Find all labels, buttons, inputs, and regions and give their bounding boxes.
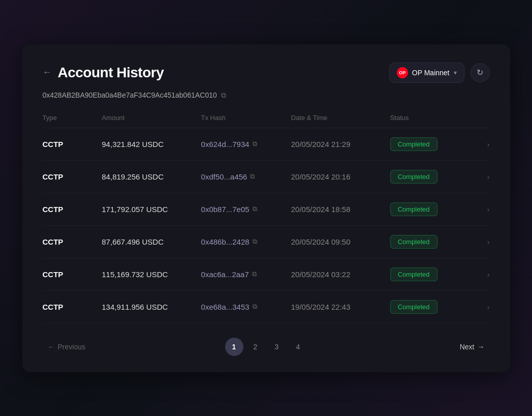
table-row[interactable]: CCTP 171,792.057 USDC 0x0b87...7e05 ⧉ 20… (43, 193, 490, 225)
row-arrow: › (470, 193, 490, 225)
col-status: Status (390, 114, 470, 128)
page-number-4[interactable]: 4 (289, 338, 307, 356)
table-row[interactable]: CCTP 94,321.842 USDC 0x624d...7934 ⧉ 20/… (43, 128, 490, 160)
table-row[interactable]: CCTP 84,819.256 USDC 0xdf50...a456 ⧉ 20/… (43, 160, 490, 193)
col-amount: Amount (102, 114, 201, 128)
address-row: 0x428AB2BA90Eba0a4Be7aF34C9Ac451ab061AC0… (43, 91, 490, 100)
row-type: CCTP (43, 128, 102, 160)
row-arrow: › (470, 258, 490, 290)
row-type: CCTP (43, 290, 102, 323)
row-date: 20/05/2024 03:22 (291, 258, 390, 290)
wallet-address: 0x428AB2BA90Eba0a4Be7aF34C9Ac451ab061AC0… (43, 91, 217, 99)
status-badge: Completed (390, 300, 437, 314)
row-type: CCTP (43, 160, 102, 193)
col-txhash: Tx Hash (201, 114, 291, 128)
table-row[interactable]: CCTP 115,169.732 USDC 0xac6a...2aa7 ⧉ 20… (43, 258, 490, 290)
tx-hash-value: 0xdf50...a456 (201, 172, 247, 181)
row-txhash: 0xdf50...a456 ⧉ (201, 160, 291, 193)
row-arrow: › (470, 225, 490, 258)
network-icon: OP (397, 67, 408, 78)
copy-address-button[interactable]: ⧉ (221, 91, 226, 100)
row-amount: 87,667.496 USDC (102, 225, 201, 258)
row-txhash: 0x624d...7934 ⧉ (201, 128, 291, 160)
page-numbers: 1234 (225, 338, 307, 356)
tx-hash-value: 0xac6a...2aa7 (201, 270, 249, 279)
row-status: Completed (390, 258, 470, 290)
status-badge: Completed (390, 137, 437, 151)
pagination: ← Previous 1234 Next → (43, 338, 490, 356)
row-amount: 115,169.732 USDC (102, 258, 201, 290)
prev-arrow-icon: ← (48, 343, 55, 351)
row-txhash: 0xac6a...2aa7 ⧉ (201, 258, 291, 290)
row-date: 20/05/2024 09:50 (291, 225, 390, 258)
table-header-row: Type Amount Tx Hash Date & Time Status (43, 114, 490, 128)
status-badge: Completed (390, 170, 437, 184)
next-arrow-icon: → (478, 343, 485, 351)
row-status: Completed (390, 193, 470, 225)
tx-hash-value: 0x624d...7934 (201, 140, 249, 148)
copy-hash-button[interactable]: ⧉ (253, 205, 257, 213)
row-date: 20/05/2024 21:29 (291, 128, 390, 160)
refresh-button[interactable]: ↻ (471, 63, 490, 82)
row-amount: 134,911.956 USDC (102, 290, 201, 323)
next-button[interactable]: Next → (455, 340, 490, 354)
row-type: CCTP (43, 225, 102, 258)
row-type: CCTP (43, 258, 102, 290)
row-date: 20/05/2024 18:58 (291, 193, 390, 225)
row-amount: 171,792.057 USDC (102, 193, 201, 225)
col-arrow (470, 114, 490, 128)
table-row[interactable]: CCTP 87,667.496 USDC 0x486b...2428 ⧉ 20/… (43, 225, 490, 258)
prev-label: Previous (58, 343, 85, 351)
next-label: Next (460, 343, 475, 351)
copy-hash-button[interactable]: ⧉ (253, 140, 257, 148)
status-badge: Completed (390, 235, 437, 249)
network-name: OP Mainnet (412, 69, 450, 77)
status-badge: Completed (390, 268, 437, 281)
page-number-3[interactable]: 3 (268, 338, 286, 356)
row-type: CCTP (43, 193, 102, 225)
refresh-icon: ↻ (477, 68, 483, 77)
copy-hash-button[interactable]: ⧉ (252, 270, 257, 278)
col-type: Type (43, 114, 102, 128)
copy-hash-button[interactable]: ⧉ (250, 172, 255, 181)
col-datetime: Date & Time (291, 114, 390, 128)
account-history-card: ← Account History OP OP Mainnet ▾ ↻ 0x42… (22, 44, 510, 372)
chevron-down-icon: ▾ (454, 69, 457, 76)
table-row[interactable]: CCTP 134,911.956 USDC 0xe68a...3453 ⧉ 19… (43, 290, 490, 323)
row-txhash: 0x486b...2428 ⧉ (201, 225, 291, 258)
prev-button[interactable]: ← Previous (43, 340, 90, 354)
page-number-2[interactable]: 2 (246, 338, 265, 356)
network-selector[interactable]: OP OP Mainnet ▾ (389, 63, 464, 83)
row-status: Completed (390, 225, 470, 258)
row-txhash: 0x0b87...7e05 ⧉ (201, 193, 291, 225)
row-amount: 94,321.842 USDC (102, 128, 201, 160)
history-table: Type Amount Tx Hash Date & Time Status C… (43, 114, 490, 323)
header-right: OP OP Mainnet ▾ ↻ (389, 63, 490, 83)
row-amount: 84,819.256 USDC (102, 160, 201, 193)
tx-hash-value: 0x486b...2428 (201, 237, 249, 246)
page-number-1[interactable]: 1 (225, 338, 243, 356)
row-status: Completed (390, 160, 470, 193)
row-arrow: › (470, 128, 490, 160)
header-row: ← Account History OP OP Mainnet ▾ ↻ (43, 63, 490, 83)
page-title: Account History (58, 65, 164, 81)
row-arrow: › (470, 160, 490, 193)
tx-hash-value: 0xe68a...3453 (201, 303, 249, 311)
back-button[interactable]: ← (43, 67, 52, 78)
row-status: Completed (390, 128, 470, 160)
row-arrow: › (470, 290, 490, 323)
row-date: 20/05/2024 20:16 (291, 160, 390, 193)
row-txhash: 0xe68a...3453 ⧉ (201, 290, 291, 323)
row-status: Completed (390, 290, 470, 323)
tx-hash-value: 0x0b87...7e05 (201, 205, 249, 214)
copy-hash-button[interactable]: ⧉ (253, 303, 257, 311)
status-badge: Completed (390, 202, 437, 216)
copy-hash-button[interactable]: ⧉ (253, 237, 257, 246)
row-date: 19/05/2024 22:43 (291, 290, 390, 323)
header-left: ← Account History (43, 65, 164, 81)
